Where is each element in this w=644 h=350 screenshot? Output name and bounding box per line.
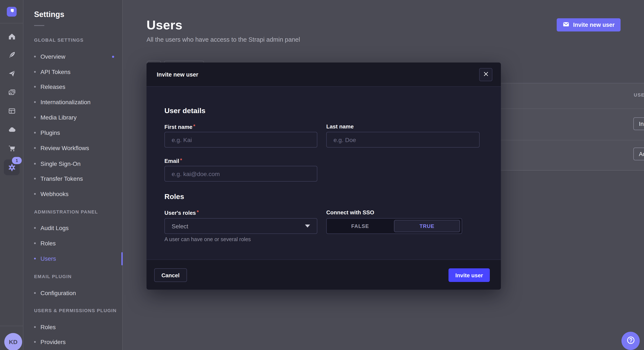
close-icon xyxy=(483,71,488,78)
active-item-indicator xyxy=(122,252,123,265)
strapi-logo[interactable] xyxy=(7,7,16,16)
nav-marketplace-button[interactable] xyxy=(4,140,20,156)
notification-dot xyxy=(112,55,114,58)
settings-notification-badge: 1 xyxy=(12,157,22,164)
rail-divider xyxy=(0,326,24,326)
cart-icon xyxy=(8,144,16,152)
chevron-down-icon xyxy=(305,224,310,227)
subnav-title-divider xyxy=(34,25,44,26)
page-subtitle: All the users who have access to the Str… xyxy=(146,36,300,43)
nav-deploy-cloud-button[interactable] xyxy=(4,122,20,137)
modal-title: Invite new user xyxy=(157,62,198,87)
feather-icon xyxy=(8,51,16,58)
strapi-logo-icon xyxy=(8,8,15,16)
user-avatar[interactable]: KD xyxy=(4,333,22,350)
status-badge: Inactive xyxy=(633,117,644,130)
bullet-icon xyxy=(34,193,36,195)
bullet-icon xyxy=(34,56,36,57)
nav-content-manager-button[interactable] xyxy=(4,103,20,119)
images-icon xyxy=(8,88,16,96)
first-name-input[interactable] xyxy=(164,132,317,148)
roles-helper-text: A user can have one or several roles xyxy=(164,236,251,242)
close-button[interactable] xyxy=(479,68,492,81)
paper-plane-icon xyxy=(8,70,16,77)
bullet-icon xyxy=(34,71,36,73)
question-mark-icon xyxy=(626,336,635,346)
bullet-icon xyxy=(34,117,36,118)
bullet-icon xyxy=(34,258,36,259)
bullet-icon xyxy=(34,227,36,229)
subnav-title: Settings xyxy=(34,10,64,19)
sso-option-true[interactable]: TRUE xyxy=(394,220,460,232)
sidebar-item-releases[interactable]: Releases xyxy=(34,80,118,94)
modal-header: Invite new user xyxy=(146,62,501,87)
home-icon xyxy=(8,32,16,40)
sidebar-item-audit-logs[interactable]: Audit Logs xyxy=(34,221,118,235)
bullet-icon xyxy=(34,178,36,179)
bullet-icon xyxy=(34,101,36,103)
invite-new-user-modal: Invite new user User details First name … xyxy=(146,62,501,290)
sidebar-item-admin-roles[interactable]: Roles xyxy=(34,236,118,250)
modal-footer: Cancel Invite user xyxy=(146,259,501,290)
sidebar-item-up-roles[interactable]: Roles xyxy=(34,320,118,334)
nav-rail: 1 KD xyxy=(0,0,24,350)
sidebar-item-review-workflows[interactable]: Review Workflows xyxy=(34,141,118,155)
email-label: Email xyxy=(164,157,182,164)
bullet-icon xyxy=(34,326,36,328)
last-name-label: Last name xyxy=(326,123,354,130)
status-badge: Active xyxy=(633,148,644,160)
sidebar-item-users[interactable]: Users xyxy=(34,251,118,266)
sidebar-item-plugins[interactable]: Plugins xyxy=(34,126,118,140)
strapi-admin-app: 1 KD Settings GLOBAL SETTINGS Overview A… xyxy=(0,0,644,350)
select-value: Select xyxy=(172,223,305,229)
layout-icon xyxy=(8,107,16,115)
invite-user-submit-button[interactable]: Invite user xyxy=(448,268,490,282)
bullet-icon xyxy=(34,86,36,88)
section-label-administration-panel: ADMINISTRATION PANEL xyxy=(34,208,98,215)
envelope-icon xyxy=(563,21,570,29)
section-label-users-permissions-plugin: USERS & PERMISSIONS PLUGIN xyxy=(34,307,117,314)
section-label-global-settings: GLOBAL SETTINGS xyxy=(34,37,84,43)
sidebar-item-providers[interactable]: Providers xyxy=(34,335,118,349)
gear-icon xyxy=(8,163,16,172)
sidebar-item-single-sign-on[interactable]: Single Sign-On xyxy=(34,157,118,171)
sso-toggle: FALSE TRUE xyxy=(326,218,462,234)
first-name-label: First name xyxy=(164,123,195,130)
sidebar-item-configuration[interactable]: Configuration xyxy=(34,286,118,300)
roles-heading: Roles xyxy=(164,193,184,201)
sidebar-item-webhooks[interactable]: Webhooks xyxy=(34,187,118,201)
sidebar-item-media-library[interactable]: Media Library xyxy=(34,110,118,125)
nav-releases-button[interactable] xyxy=(4,65,20,81)
users-roles-label: User's roles xyxy=(164,209,199,216)
connect-sso-label: Connect with SSO xyxy=(326,209,374,216)
sidebar-item-internationalization[interactable]: Internationalization xyxy=(34,95,118,109)
sidebar-item-api-tokens[interactable]: API Tokens xyxy=(34,65,118,79)
sidebar-item-overview[interactable]: Overview xyxy=(34,49,118,64)
section-label-email-plugin: EMAIL PLUGIN xyxy=(34,273,72,280)
cancel-button[interactable]: Cancel xyxy=(154,268,187,282)
nav-media-library-button[interactable] xyxy=(4,84,20,100)
bullet-icon xyxy=(34,163,36,165)
cloud-icon xyxy=(8,126,16,133)
email-input[interactable] xyxy=(164,166,317,181)
settings-subnav: Settings GLOBAL SETTINGS Overview API To… xyxy=(24,0,123,350)
sidebar-item-transfer-tokens[interactable]: Transfer Tokens xyxy=(34,172,118,186)
bullet-icon xyxy=(34,147,36,149)
nav-content-type-builder-button[interactable] xyxy=(4,47,20,62)
help-button[interactable] xyxy=(622,332,640,350)
bullet-icon xyxy=(34,242,36,244)
users-roles-select[interactable]: Select xyxy=(164,218,317,234)
user-details-heading: User details xyxy=(164,107,206,115)
bullet-icon xyxy=(34,341,36,343)
bullet-icon xyxy=(34,132,36,134)
bullet-icon xyxy=(34,292,36,294)
sso-option-false[interactable]: FALSE xyxy=(327,219,394,233)
column-header-user-status: USER STATUS xyxy=(634,92,644,97)
nav-home-button[interactable] xyxy=(4,28,20,44)
page-title: Users xyxy=(146,18,182,32)
last-name-input[interactable] xyxy=(326,132,480,148)
invite-new-user-button[interactable]: Invite new user xyxy=(557,18,620,31)
logo-zone xyxy=(0,0,23,23)
